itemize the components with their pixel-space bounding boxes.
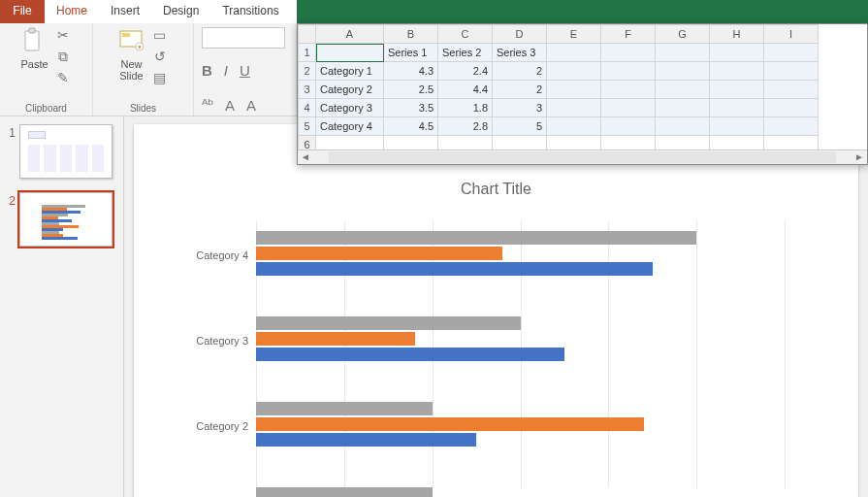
cell-I3[interactable] (764, 81, 819, 99)
row-1[interactable]: 1 (299, 44, 316, 62)
cell-D4[interactable]: 3 (493, 99, 547, 117)
cell-H5[interactable] (710, 117, 764, 136)
bar-series-3[interactable] (256, 487, 433, 497)
cell-B3[interactable]: 2.5 (384, 81, 438, 99)
cell-H3[interactable] (710, 81, 764, 99)
bold-button[interactable]: B (202, 62, 212, 79)
bar-series-3[interactable] (256, 402, 433, 415)
bar-series-3[interactable] (256, 316, 521, 330)
cell-D2[interactable]: 2 (493, 62, 547, 81)
cell-E1[interactable] (547, 44, 601, 62)
tab-design[interactable]: Design (151, 0, 210, 23)
cell-D5[interactable]: 5 (493, 117, 547, 136)
cell-A6[interactable] (316, 136, 384, 149)
cell-B2[interactable]: 4.3 (384, 62, 438, 81)
excel-data-panel[interactable]: A B C D E F G H I 1 Series 1 Series 2 Se… (297, 23, 868, 165)
excel-scrollbar[interactable]: ◄ ► (298, 149, 867, 164)
tab-file[interactable]: File (0, 0, 45, 23)
bar-series-2[interactable] (256, 247, 502, 260)
cell-B5[interactable]: 4.5 (384, 117, 438, 136)
cell-C3[interactable]: 4.4 (438, 81, 493, 99)
tab-transitions[interactable]: Transitions (210, 0, 290, 23)
bar-series-3[interactable] (256, 231, 696, 245)
bar-series-2[interactable] (256, 332, 415, 346)
col-D[interactable]: D (493, 25, 547, 44)
reset-icon[interactable]: ↺ (151, 49, 169, 64)
cell-G6[interactable] (656, 136, 710, 149)
chart[interactable]: Category 1Category 2Category 3Category 4 (169, 202, 823, 497)
cell-E4[interactable] (547, 99, 601, 117)
slide-canvas[interactable]: Chart Title Category 1Category 2Category… (134, 124, 858, 497)
cell-F4[interactable] (601, 99, 656, 117)
slide-thumb-1[interactable]: 1 (6, 124, 117, 179)
cell-C5[interactable]: 2.8 (438, 117, 493, 136)
row-2[interactable]: 2 (299, 62, 316, 81)
text-effects-icon[interactable]: ᴬᵇ (202, 96, 213, 114)
row-4[interactable]: 4 (299, 99, 316, 117)
cell-F1[interactable] (601, 44, 656, 62)
cell-D3[interactable]: 2 (493, 81, 547, 99)
italic-button[interactable]: I (224, 62, 228, 79)
data-grid[interactable]: A B C D E F G H I 1 Series 1 Series 2 Se… (298, 24, 819, 149)
cell-A1[interactable] (316, 44, 384, 62)
layout-icon[interactable]: ▭ (151, 27, 169, 43)
cell-I5[interactable] (764, 117, 819, 136)
cell-H4[interactable] (710, 99, 764, 117)
clear-format-icon[interactable]: A (246, 97, 256, 114)
row-5[interactable]: 5 (299, 117, 316, 136)
cell-B4[interactable]: 3.5 (384, 99, 438, 117)
cell-F3[interactable] (601, 81, 656, 99)
cell-C2[interactable]: 2.4 (438, 62, 493, 81)
cell-I6[interactable] (764, 136, 819, 149)
row-6[interactable]: 6 (299, 136, 316, 149)
bar-series-1[interactable] (256, 262, 653, 276)
cell-G2[interactable] (656, 62, 710, 81)
paste-button[interactable]: Paste (20, 27, 48, 70)
cell-E2[interactable] (547, 62, 601, 81)
cell-F6[interactable] (601, 136, 656, 149)
bar-series-1[interactable] (256, 433, 476, 447)
tab-home[interactable]: Home (45, 0, 99, 23)
cell-H1[interactable] (710, 44, 764, 62)
cell-I4[interactable] (764, 99, 819, 117)
cell-G5[interactable] (656, 117, 710, 136)
cell-B1[interactable]: Series 1 (384, 44, 438, 62)
col-A[interactable]: A (316, 25, 384, 44)
bar-series-1[interactable] (256, 348, 564, 361)
col-F[interactable]: F (601, 25, 656, 44)
cell-E5[interactable] (547, 117, 601, 136)
col-C[interactable]: C (438, 25, 493, 44)
cell-G1[interactable] (656, 44, 710, 62)
slide-thumb-2[interactable]: 2 (6, 192, 117, 247)
col-B[interactable]: B (384, 25, 438, 44)
cell-I1[interactable] (764, 44, 819, 62)
section-icon[interactable]: ▤ (151, 70, 169, 85)
cell-E3[interactable] (547, 81, 601, 99)
cell-A4[interactable]: Category 3 (316, 99, 384, 117)
cell-I2[interactable] (764, 62, 819, 81)
col-G[interactable]: G (656, 25, 710, 44)
cut-icon[interactable]: ✂ (54, 27, 72, 43)
font-color-button[interactable]: A (225, 97, 235, 114)
cell-G4[interactable] (656, 99, 710, 117)
col-I[interactable]: I (764, 25, 819, 44)
cell-A3[interactable]: Category 2 (316, 81, 384, 99)
cell-H6[interactable] (710, 136, 764, 149)
scroll-right-icon[interactable]: ► (852, 151, 867, 162)
cell-H2[interactable] (710, 62, 764, 81)
cell-F5[interactable] (601, 117, 656, 136)
scroll-track[interactable] (329, 151, 836, 163)
format-painter-icon[interactable]: ✎ (54, 70, 72, 85)
cell-B6[interactable] (384, 136, 438, 149)
cell-C4[interactable]: 1.8 (438, 99, 493, 117)
col-E[interactable]: E (547, 25, 601, 44)
cell-A5[interactable]: Category 4 (316, 117, 384, 136)
scroll-left-icon[interactable]: ◄ (298, 151, 313, 162)
cell-F2[interactable] (601, 62, 656, 81)
cell-C6[interactable] (438, 136, 493, 149)
corner-cell[interactable] (299, 25, 316, 44)
cell-C1[interactable]: Series 2 (438, 44, 493, 62)
underline-button[interactable]: U (240, 62, 250, 79)
tab-insert[interactable]: Insert (99, 0, 151, 23)
cell-E6[interactable] (547, 136, 601, 149)
